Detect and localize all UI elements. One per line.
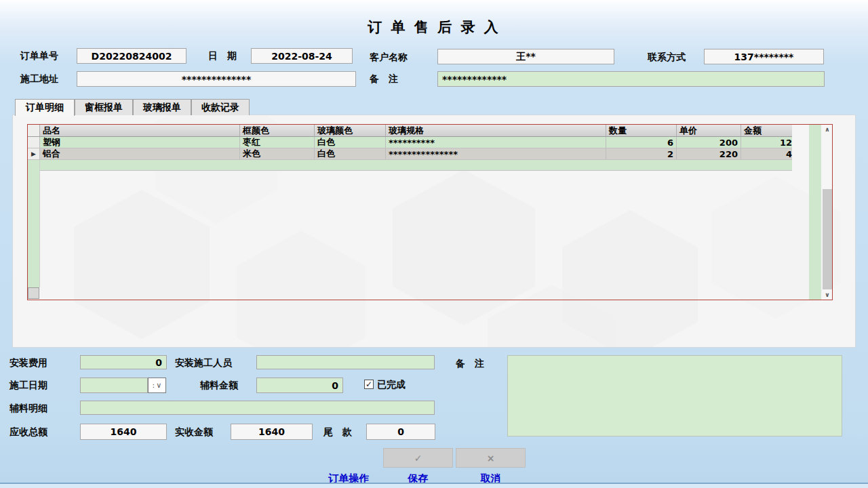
installer-field[interactable] [256,355,435,369]
save-order-button[interactable]: ✓ [383,448,453,468]
address-field[interactable]: ************** [77,71,356,87]
cell-glass-spec[interactable]: ********** [386,137,606,148]
cell-glass-color[interactable]: 白色 [315,137,386,148]
material-detail-label: 辅料明细 [9,403,47,415]
remark-label: 备 注 [370,73,398,85]
grid-corner-cell [28,125,40,137]
window-bottom-edge [0,484,868,488]
checkbox-check-icon: ✓ [366,380,372,388]
column-header-glass-spec[interactable]: 玻璃规格 [386,125,606,137]
tab-glass-report[interactable]: 玻璃报单 [133,99,191,115]
receivable-label: 应收总额 [9,426,47,439]
scroll-up-icon[interactable]: ∧ [823,125,832,134]
combo-grip-icon: : [153,381,155,390]
column-header-amount[interactable]: 金额 [741,125,792,137]
material-detail-field[interactable] [80,401,435,415]
remark-field[interactable]: ************* [437,71,825,87]
footer-remark-textarea[interactable] [507,355,842,436]
close-icon: × [487,453,495,464]
customer-label: 客户名称 [370,52,408,64]
cell-name[interactable]: 塑钢 [40,137,240,148]
empty-grid-row [40,160,792,171]
cancel-order-button[interactable]: × [456,448,526,468]
row-selector-strip [28,160,40,287]
page-title: 订 单 售 后 录 入 [0,18,868,37]
grid-bottom-corner-box [28,287,39,299]
contact-field[interactable]: 137******** [704,49,824,64]
date-field[interactable]: 2022-08-24 [251,48,353,64]
cell-qty[interactable]: 2 [606,148,677,160]
cell-amount[interactable]: 4 [741,148,792,160]
current-row-pointer-icon[interactable]: ▶ [28,148,40,160]
material-amount-label: 辅料金额 [200,380,238,392]
work-date-field[interactable] [80,378,148,393]
customer-field[interactable]: 王** [437,49,614,64]
column-header-name[interactable]: 品名 [40,125,240,137]
cell-frame-color[interactable]: 枣红 [240,137,315,148]
cell-glass-spec[interactable]: *************** [386,148,606,160]
installer-label: 安装施工人员 [175,357,232,369]
order-aftersale-entry-window: 订 单 售 后 录 入 订单单号 D20220824002 日 期 2022-0… [0,0,868,488]
work-date-label: 施工日期 [9,380,47,392]
scroll-down-icon[interactable]: ∨ [823,290,832,300]
cell-unit-price[interactable]: 200 [677,137,741,148]
check-icon: ✓ [414,453,422,464]
completed-checkbox[interactable]: ✓ [364,380,374,389]
cell-amount[interactable]: 12 [741,137,792,148]
column-header-qty[interactable]: 数量 [606,125,677,137]
order-no-label: 订单单号 [20,50,58,62]
contact-label: 联系方式 [648,52,686,64]
received-field[interactable]: 1640 [231,424,313,440]
order-no-field[interactable]: D20220824002 [77,48,186,64]
tab-payment-record[interactable]: 收款记录 [191,99,250,115]
cell-frame-color[interactable]: 米色 [240,148,315,160]
cell-name[interactable]: 铝合 [40,148,240,160]
cell-unit-price[interactable]: 220 [677,148,741,160]
install-fee-field[interactable]: 0 [80,355,167,369]
chevron-down-icon: ∨ [156,381,161,390]
receivable-field[interactable]: 1640 [80,424,167,440]
address-label: 施工地址 [20,73,58,85]
install-fee-label: 安装费用 [9,357,47,369]
date-label: 日 期 [208,50,237,62]
order-items-grid: 品名 框颜色 玻璃颜色 玻璃规格 数量 单价 金额 塑钢 枣红 白色 *****… [27,124,833,300]
cell-glass-color[interactable]: 白色 [315,148,386,160]
balance-field[interactable]: 0 [366,424,435,440]
work-date-dropdown-button[interactable]: : ∨ [148,378,166,393]
row-selector[interactable] [28,137,40,148]
column-header-frame-color[interactable]: 框颜色 [240,125,315,137]
column-header-unit-price[interactable]: 单价 [677,125,741,137]
cell-qty[interactable]: 6 [606,137,677,148]
tab-order-detail[interactable]: 订单明细 [15,99,75,116]
grid-filler-strip [809,125,821,300]
column-header-glass-color[interactable]: 玻璃颜色 [315,125,386,137]
tab-frame-report[interactable]: 窗框报单 [75,99,133,115]
received-label: 实收金额 [175,426,213,439]
scrollbar-thumb[interactable] [823,189,832,289]
balance-label: 尾 款 [323,426,352,439]
footer-remark-label: 备 注 [456,358,484,370]
completed-label: 已完成 [377,379,406,391]
material-amount-field[interactable]: 0 [256,378,343,393]
